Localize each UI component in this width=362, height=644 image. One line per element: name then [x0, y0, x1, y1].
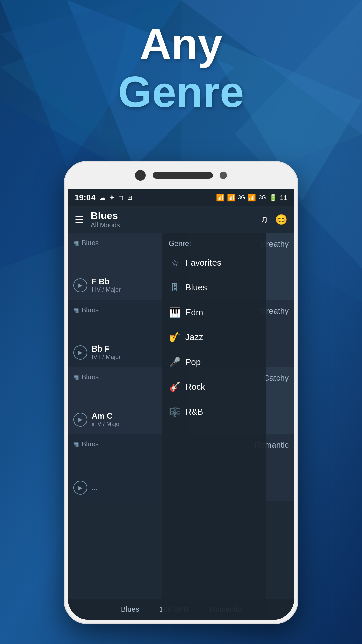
- pop-icon: 🎤: [169, 357, 181, 368]
- genre-dropdown: Genre: ☆ Favorites 🎛 Blues 🎹 Edm 🎷 Jazz: [162, 233, 266, 620]
- genre-item-favorites[interactable]: ☆ Favorites: [162, 251, 266, 275]
- signal-icon: 📶: [227, 194, 235, 202]
- blues-icon: 🎛: [169, 282, 181, 293]
- genre-item-pop[interactable]: 🎤 Pop: [162, 350, 266, 375]
- header-actions: ♫ 😊: [261, 214, 288, 225]
- genre-item-label: Blues: [185, 282, 207, 293]
- genre-grid-icon: ▦: [73, 374, 79, 381]
- phone-mockup: 19:04 ☁ ✈ ◻ ⊞ 📶 📶 3G 📶 3G 🔋 11 ☰ Blues A…: [64, 161, 298, 624]
- hamburger-menu-icon[interactable]: ☰: [75, 214, 84, 225]
- genre-dropdown-header: Genre:: [162, 233, 266, 251]
- status-bar: 19:04 ☁ ✈ ◻ ⊞ 📶 📶 3G 📶 3G 🔋 11: [68, 189, 294, 206]
- rnb-icon: 🎼: [169, 406, 181, 417]
- phone-camera-area: [65, 162, 297, 189]
- content-area: ▦ Blues ▶ F Bb I IV / Major ▦: [68, 233, 294, 620]
- rock-icon: 🎸: [169, 381, 181, 392]
- volume-down-button[interactable]: [297, 303, 298, 323]
- bottom-genre: Blues: [121, 605, 139, 614]
- song-key: Bb F: [92, 344, 121, 354]
- edm-icon: 🎹: [169, 307, 181, 318]
- telegram-icon: ✈: [109, 194, 114, 201]
- header-title-area: Blues All Moods: [90, 210, 261, 229]
- wifi-icon: 📶: [216, 194, 224, 202]
- genre-item-label: Jazz: [185, 332, 203, 342]
- song-key: Am C: [92, 411, 119, 421]
- signal2-icon: 📶: [248, 194, 256, 202]
- song-chord: IV I / Major: [92, 354, 121, 361]
- hero-title: Any Genre: [0, 20, 362, 116]
- play-button[interactable]: ▶: [73, 278, 87, 292]
- song-key: ...: [92, 484, 97, 492]
- genre-item-label: Pop: [185, 357, 201, 367]
- genre-label: Blues: [82, 239, 99, 247]
- hero-section: Any Genre: [0, 20, 362, 116]
- genre-grid-icon: ▦: [73, 239, 79, 247]
- app-title: Blues: [90, 210, 261, 221]
- status-time: 19:04: [75, 193, 95, 202]
- volume-up-button[interactable]: [297, 269, 298, 289]
- play-button[interactable]: ▶: [73, 345, 87, 360]
- hero-any: Any: [140, 19, 222, 68]
- playlist-icon[interactable]: ♫: [261, 214, 268, 225]
- play-button[interactable]: ▶: [73, 481, 87, 495]
- hero-genre: Genre: [118, 67, 244, 116]
- genre-item-label: Rock: [185, 382, 205, 392]
- genre-item-label: R&B: [185, 407, 203, 417]
- signal2-3g-icon: 3G: [259, 195, 266, 201]
- genre-grid-icon: ▦: [73, 307, 79, 314]
- genre-label: Blues: [82, 306, 99, 314]
- power-button[interactable]: [64, 246, 65, 279]
- song-key: F Bb: [92, 277, 121, 286]
- jazz-icon: 🎷: [169, 332, 181, 343]
- genre-item-blues[interactable]: 🎛 Blues: [162, 275, 266, 300]
- genre-item-edm[interactable]: 🎹 Edm: [162, 300, 266, 325]
- genre-grid-icon: ▦: [73, 441, 79, 448]
- song-chord: iii V / Majo: [92, 421, 119, 428]
- song-chord: I IV / Major: [92, 286, 121, 293]
- genre-label: Blues: [82, 373, 99, 381]
- genre-item-jazz[interactable]: 🎷 Jazz: [162, 325, 266, 350]
- play-button[interactable]: ▶: [73, 413, 87, 427]
- clipboard-icon: ⊞: [127, 194, 132, 201]
- signal-3g-icon: 3G: [238, 195, 245, 201]
- genre-item-label: Edm: [185, 307, 203, 318]
- status-right: 📶 📶 3G 📶 3G 🔋 11: [216, 194, 287, 202]
- camera-lens-icon: [135, 170, 146, 181]
- battery-level: 11: [280, 194, 287, 202]
- favorites-star-icon: ☆: [169, 257, 181, 268]
- cloud-icon: ☁: [99, 194, 105, 201]
- app-subtitle: All Moods: [90, 221, 261, 229]
- phone-screen: 19:04 ☁ ✈ ◻ ⊞ 📶 📶 3G 📶 3G 🔋 11 ☰ Blues A…: [68, 189, 294, 620]
- speaker-bar: [153, 172, 213, 179]
- battery-icon: 🔋: [269, 194, 277, 202]
- emoji-face-icon[interactable]: 😊: [275, 214, 287, 225]
- instagram-icon: ◻: [118, 194, 123, 201]
- sensor-icon: [220, 172, 227, 179]
- status-left: 19:04 ☁ ✈ ◻ ⊞: [75, 193, 132, 202]
- genre-item-rock[interactable]: 🎸 Rock: [162, 375, 266, 399]
- genre-item-label: Favorites: [185, 258, 221, 268]
- app-header: ☰ Blues All Moods ♫ 😊: [68, 206, 294, 233]
- genre-item-rnb[interactable]: 🎼 R&B: [162, 399, 266, 424]
- genre-label: Blues: [82, 440, 99, 448]
